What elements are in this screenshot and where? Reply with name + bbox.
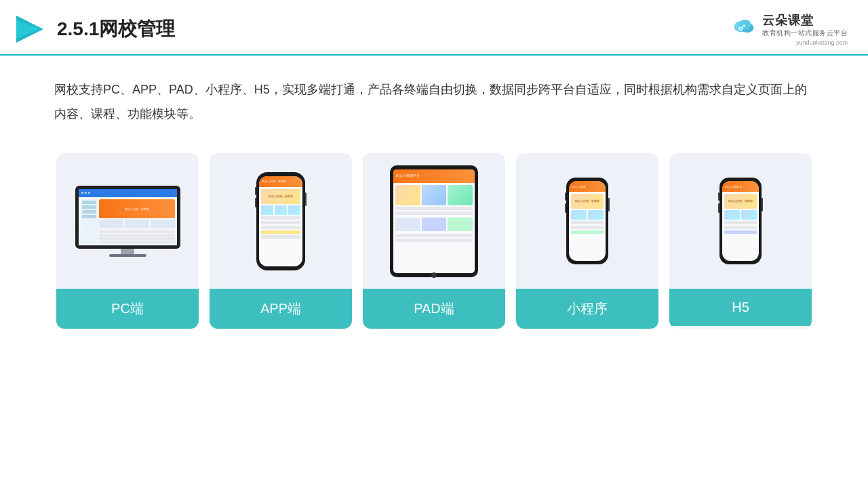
pc-card: 职达人的第一堂网课 <box>56 153 199 329</box>
app-phone-mockup: 职达人的第一堂网课 职达人的第一堂网课 <box>256 172 305 270</box>
pc-topbar <box>79 189 177 197</box>
platform-cards-section: 职达人的第一堂网课 <box>0 140 868 329</box>
h5-phone-outer: 职达人网课H5 职达人的第一堂网课 <box>719 178 762 264</box>
pc-body: 职达人的第一堂网课 <box>79 197 177 245</box>
brand-tagline: 教育机构一站式服务云平台 <box>762 28 848 38</box>
pc-base <box>109 254 146 257</box>
app-phone-card-text: 职达人的第一堂网课 <box>269 195 293 198</box>
h5-label: H5 <box>669 289 812 326</box>
mini-program-card: 职达人网课 职达人的第一堂网课 <box>516 153 658 329</box>
mini-phone-outer: 职达人网课 职达人的第一堂网课 <box>566 178 608 264</box>
svg-point-8 <box>743 24 745 26</box>
app-btn-right <box>305 192 307 206</box>
app-screen-top: 职达人的第一堂网课 <box>259 176 302 187</box>
h5-card: 职达人网课H5 职达人的第一堂网课 <box>669 153 812 329</box>
pc-screen-content: 职达人的第一堂网课 <box>79 189 177 245</box>
mini-mini-cards <box>571 210 604 220</box>
app-phone-card: 职达人的第一堂网课 <box>261 189 300 204</box>
h5-phone-mockup: 职达人网课H5 职达人的第一堂网课 <box>719 178 762 264</box>
pad-bottom-cards <box>395 218 473 231</box>
app-screen-body: 职达人的第一堂网课 <box>259 187 302 266</box>
pc-rows <box>99 230 175 243</box>
app-mini-cards <box>261 205 300 215</box>
h5-phone-card: 职达人的第一堂网课 <box>724 194 757 209</box>
app-card-image: 职达人的第一堂网课 职达人的第一堂网课 <box>210 153 352 289</box>
brand-url: yunduoketang.com <box>796 39 848 46</box>
pad-card-image: 职达人网课平台 <box>363 153 505 289</box>
h5-btn-left2 <box>718 203 719 213</box>
pc-label: PC端 <box>56 289 199 329</box>
app-btn-left2 <box>255 198 256 207</box>
h5-phone-card-text: 职达人的第一堂网课 <box>728 200 753 203</box>
pc-dot-3 <box>88 192 90 194</box>
pc-banner: 职达人的第一堂网课 <box>99 199 175 218</box>
description-text: 网校支持PC、APP、PAD、小程序、H5，实现多端打通，产品各终端自由切换，数… <box>0 56 868 140</box>
description-content: 网校支持PC、APP、PAD、小程序、H5，实现多端打通，产品各终端自由切换，数… <box>54 83 807 121</box>
header-left: 2.5.1网校管理 <box>14 13 175 45</box>
h5-screen-top: 职达人网课H5 <box>722 181 759 192</box>
logo-arrow-icon <box>14 13 46 45</box>
mini-btn-left2 <box>565 203 566 213</box>
brand-logo-icon: 云朵课堂 教育机构一站式服务云平台 <box>731 12 848 38</box>
mini-screen-body: 职达人的第一堂网课 <box>569 192 606 261</box>
pc-stand <box>121 249 134 254</box>
mini-screen: 职达人网课 职达人的第一堂网课 <box>569 181 606 261</box>
app-label: APP端 <box>210 289 352 329</box>
app-screen-title: 职达人的第一堂网课 <box>262 180 286 183</box>
h5-phone-notch <box>735 178 746 181</box>
pc-cards-row <box>99 220 175 228</box>
h5-card-image: 职达人网课H5 职达人的第一堂网课 <box>669 153 812 289</box>
page-title: 2.5.1网校管理 <box>57 16 175 42</box>
mini-phone-mockup: 职达人网课 职达人的第一堂网课 <box>566 178 608 264</box>
pc-screen-outer: 职达人的第一堂网课 <box>75 186 180 249</box>
brand-name-group: 云朵课堂 教育机构一站式服务云平台 <box>762 12 848 38</box>
pad-cards-row <box>395 185 473 205</box>
pc-dot-2 <box>85 192 87 194</box>
pad-screen-title: 职达人网课平台 <box>396 174 420 178</box>
app-card: 职达人的第一堂网课 职达人的第一堂网课 <box>210 153 352 329</box>
pc-sidebar <box>81 199 98 243</box>
h5-mini-cards <box>724 210 757 220</box>
pad-card: 职达人网课平台 <box>363 153 505 329</box>
app-phone-screen: 职达人的第一堂网课 职达人的第一堂网课 <box>259 176 302 266</box>
pc-mockup: 职达人的第一堂网课 <box>75 186 180 257</box>
cloud-logo-icon <box>731 16 758 35</box>
mini-screen-title: 职达人网课 <box>572 185 585 188</box>
pc-dot-1 <box>81 192 83 194</box>
h5-screen: 职达人网课H5 职达人的第一堂网课 <box>722 181 759 261</box>
app-phone-notch <box>274 172 288 176</box>
h5-btn-right <box>762 198 763 211</box>
mini-phone-notch <box>582 178 593 181</box>
mini-program-card-image: 职达人网课 职达人的第一堂网课 <box>516 153 658 289</box>
h5-screen-title: 职达人网课H5 <box>725 185 742 188</box>
svg-point-5 <box>739 20 751 29</box>
pc-card-image: 职达人的第一堂网课 <box>56 153 199 289</box>
page-header: 2.5.1网校管理 云朵课堂 教育机构一站式服务云平台 <box>0 0 868 56</box>
h5-btn-left1 <box>718 192 719 201</box>
pad-tablet-mockup: 职达人网课平台 <box>390 165 478 277</box>
pad-label: PAD端 <box>363 289 505 329</box>
pad-screen: 职达人网课平台 <box>393 169 475 273</box>
mini-screen-top: 职达人网课 <box>569 181 606 192</box>
mini-phone-card: 职达人的第一堂网课 <box>571 194 604 209</box>
pad-screen-top: 职达人网课平台 <box>393 169 475 183</box>
mini-btn-left1 <box>565 192 566 201</box>
pc-banner-text: 职达人的第一堂网课 <box>125 207 149 210</box>
h5-screen-body: 职达人的第一堂网课 <box>722 192 759 261</box>
mini-program-label: 小程序 <box>516 289 658 329</box>
app-btn-left1 <box>255 187 256 195</box>
pad-tablet-outer: 职达人网课平台 <box>390 165 478 277</box>
pad-screen-body <box>393 183 475 273</box>
mini-phone-card-text: 职达人的第一堂网课 <box>575 200 599 203</box>
mini-btn-right <box>608 198 610 211</box>
app-phone-outer: 职达人的第一堂网课 职达人的第一堂网课 <box>256 172 305 270</box>
header-right: 云朵课堂 教育机构一站式服务云平台 yunduoketang.com <box>731 12 848 46</box>
brand-name: 云朵课堂 <box>762 12 848 28</box>
pad-home-btn <box>431 272 437 278</box>
pc-main: 职达人的第一堂网课 <box>99 199 175 243</box>
brand-logo: 云朵课堂 教育机构一站式服务云平台 yunduoketang.com <box>731 12 848 46</box>
